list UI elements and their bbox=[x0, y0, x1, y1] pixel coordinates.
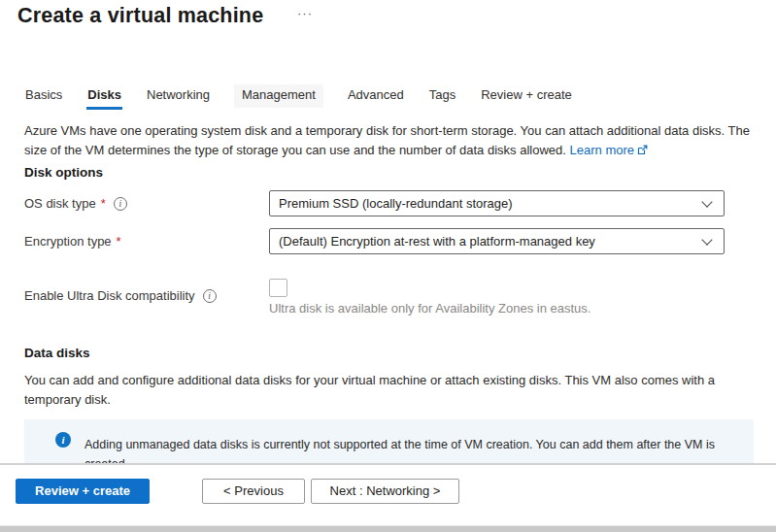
ultra-disk-info-icon[interactable]: i bbox=[203, 289, 217, 303]
page-title: Create a virtual machine bbox=[17, 4, 263, 28]
learn-more-link[interactable]: Learn more bbox=[570, 143, 648, 157]
next-networking-button[interactable]: Next : Networking > bbox=[311, 479, 459, 504]
chevron-down-icon bbox=[701, 234, 712, 245]
required-asterisk: * bbox=[117, 234, 121, 249]
info-icon: i bbox=[55, 432, 71, 448]
disk-options-heading: Disk options bbox=[24, 165, 103, 180]
encryption-type-dropdown[interactable]: (Default) Encryption at-rest with a plat… bbox=[269, 228, 725, 254]
disks-intro-text: Azure VMs have one operating system disk… bbox=[24, 121, 755, 159]
chevron-down-icon bbox=[701, 196, 712, 207]
encryption-type-label: Encryption type* bbox=[24, 234, 121, 249]
ultra-disk-checkbox[interactable] bbox=[269, 279, 287, 297]
tab-tags[interactable]: Tags bbox=[428, 84, 456, 108]
ultra-disk-label: Enable Ultra Disk compatibility i bbox=[24, 288, 217, 303]
tab-basics[interactable]: Basics bbox=[24, 84, 63, 108]
os-disk-type-value: Premium SSD (locally-redundant storage) bbox=[279, 196, 513, 211]
os-disk-type-label: OS disk type* i bbox=[24, 196, 127, 211]
tab-disks[interactable]: Disks bbox=[86, 84, 122, 108]
info-banner-text: Adding unmanaged data disks is currently… bbox=[84, 435, 721, 463]
data-disks-heading: Data disks bbox=[24, 346, 90, 360]
external-link-icon bbox=[637, 145, 648, 155]
wizard-tab-strip: Basics Disks Networking Management Advan… bbox=[24, 84, 573, 108]
review-create-button[interactable]: Review + create bbox=[16, 479, 150, 504]
required-asterisk: * bbox=[101, 196, 106, 211]
os-disk-type-dropdown[interactable]: Premium SSD (locally-redundant storage) bbox=[269, 190, 725, 216]
window-bottom-scrollbar[interactable] bbox=[0, 525, 776, 532]
tab-review-create[interactable]: Review + create bbox=[480, 84, 573, 108]
ultra-disk-helper-text: Ultra disk is available only for Availab… bbox=[269, 301, 590, 316]
more-options-icon[interactable]: ··· bbox=[297, 6, 313, 20]
os-disk-type-info-icon[interactable]: i bbox=[114, 197, 127, 211]
tab-advanced[interactable]: Advanced bbox=[347, 84, 405, 108]
footer-bar: Review + create < Previous Next : Networ… bbox=[0, 465, 776, 525]
info-banner: i Adding unmanaged data disks is current… bbox=[24, 419, 754, 463]
encryption-type-value: (Default) Encryption at-rest with a plat… bbox=[279, 234, 595, 249]
tab-networking[interactable]: Networking bbox=[146, 84, 211, 108]
previous-button[interactable]: < Previous bbox=[202, 479, 305, 504]
tab-management[interactable]: Management bbox=[234, 84, 323, 108]
data-disks-description: You can add and configure additional dat… bbox=[24, 371, 755, 409]
